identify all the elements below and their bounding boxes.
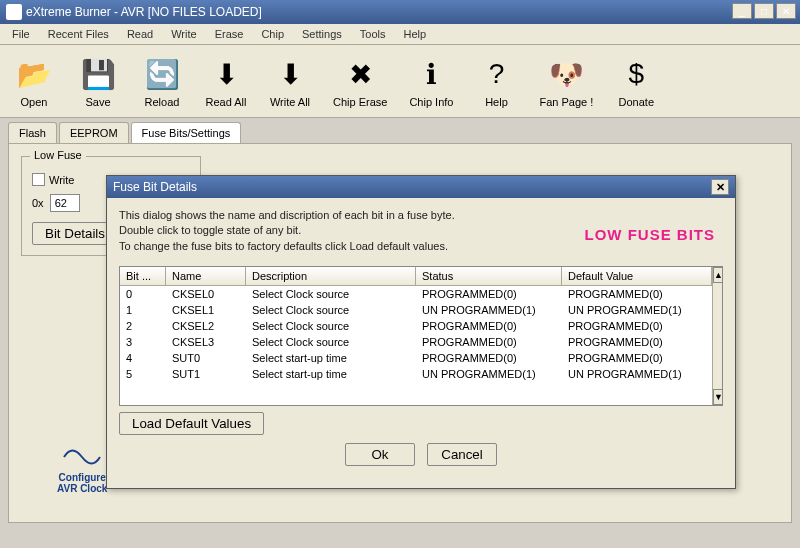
hex-input[interactable]: 62 [50, 194, 80, 212]
tool-reload[interactable]: 🔄Reload [132, 49, 192, 113]
column-header[interactable]: Default Value [562, 267, 712, 285]
tool-chip-erase[interactable]: ✖Chip Erase [324, 49, 396, 113]
cell-status: PROGRAMMED(0) [416, 350, 562, 366]
tool-open[interactable]: 📂Open [4, 49, 64, 113]
reload-icon: 🔄 [142, 54, 182, 94]
cell-desc: Select Clock source [246, 286, 416, 302]
chip-erase-icon: ✖ [340, 54, 380, 94]
avr-clock-label-2: AVR Clock [57, 483, 107, 494]
maximize-button[interactable]: □ [754, 3, 774, 19]
cell-name: CKSEL2 [166, 318, 246, 334]
dialog-intro-1: This dialog shows the name and discripti… [119, 208, 723, 223]
tool-write-all[interactable]: ⬇Write All [260, 49, 320, 113]
menu-file[interactable]: File [4, 26, 38, 42]
cell-bit: 5 [120, 366, 166, 382]
hex-prefix: 0x [32, 197, 44, 209]
cell-def: UN PROGRAMMED(1) [562, 366, 712, 382]
column-header[interactable]: Description [246, 267, 416, 285]
menubar: FileRecent FilesReadWriteEraseChipSettin… [0, 24, 800, 45]
tool-read-all[interactable]: ⬇Read All [196, 49, 256, 113]
close-window-button[interactable]: ✕ [776, 3, 796, 19]
cell-def: UN PROGRAMMED(1) [562, 302, 712, 318]
tab-eeprom[interactable]: EEPROM [59, 122, 129, 143]
load-defaults-button[interactable]: Load Default Values [119, 412, 264, 435]
cell-bit: 0 [120, 286, 166, 302]
table-row[interactable]: 1CKSEL1Select Clock sourceUN PROGRAMMED(… [120, 302, 712, 318]
cell-desc: Select start-up time [246, 366, 416, 382]
cell-bit: 2 [120, 318, 166, 334]
app-icon [6, 4, 22, 20]
tool-donate[interactable]: $Donate [606, 49, 666, 113]
wave-icon [62, 442, 102, 472]
menu-help[interactable]: Help [395, 26, 434, 42]
menu-settings[interactable]: Settings [294, 26, 350, 42]
tool-fan-page[interactable]: 🐶Fan Page ! [530, 49, 602, 113]
table-row[interactable]: 2CKSEL2Select Clock sourcePROGRAMMED(0)P… [120, 318, 712, 334]
column-header[interactable]: Bit ... [120, 267, 166, 285]
cell-name: CKSEL0 [166, 286, 246, 302]
open-icon: 📂 [14, 54, 54, 94]
cell-name: CKSEL3 [166, 334, 246, 350]
read-all-icon: ⬇ [206, 54, 246, 94]
tool-label: Read All [206, 96, 247, 108]
tool-chip-info[interactable]: ℹChip Info [400, 49, 462, 113]
tool-label: Chip Erase [333, 96, 387, 108]
table-row[interactable]: 0CKSEL0Select Clock sourcePROGRAMMED(0)P… [120, 286, 712, 302]
cell-desc: Select Clock source [246, 318, 416, 334]
tool-label: Write All [270, 96, 310, 108]
menu-write[interactable]: Write [163, 26, 204, 42]
fan-page-icon: 🐶 [546, 54, 586, 94]
tab-flash[interactable]: Flash [8, 122, 57, 143]
cell-status: UN PROGRAMMED(1) [416, 366, 562, 382]
cell-desc: Select start-up time [246, 350, 416, 366]
column-header[interactable]: Name [166, 267, 246, 285]
donate-icon: $ [616, 54, 656, 94]
fuse-bit-details-dialog: Fuse Bit Details ✕ This dialog shows the… [106, 175, 736, 489]
menu-erase[interactable]: Erase [207, 26, 252, 42]
cell-def: PROGRAMMED(0) [562, 334, 712, 350]
tool-label: Save [85, 96, 110, 108]
tool-label: Chip Info [409, 96, 453, 108]
cell-bit: 1 [120, 302, 166, 318]
tabs-row: FlashEEPROMFuse Bits/Settings [0, 118, 800, 143]
low-fuse-bits-label: LOW FUSE BITS [585, 226, 716, 243]
ok-button[interactable]: Ok [345, 443, 415, 466]
column-header[interactable]: Status [416, 267, 562, 285]
table-row[interactable]: 3CKSEL3Select Clock sourcePROGRAMMED(0)P… [120, 334, 712, 350]
cell-status: PROGRAMMED(0) [416, 286, 562, 302]
cell-bit: 3 [120, 334, 166, 350]
dialog-title: Fuse Bit Details [113, 180, 197, 194]
table-row[interactable]: 4SUT0Select start-up timePROGRAMMED(0)PR… [120, 350, 712, 366]
scroll-up-icon[interactable]: ▲ [713, 267, 723, 283]
cell-status: PROGRAMMED(0) [416, 318, 562, 334]
minimize-button[interactable]: _ [732, 3, 752, 19]
tool-label: Open [21, 96, 48, 108]
cancel-button[interactable]: Cancel [427, 443, 497, 466]
tab-fuse-bits-settings[interactable]: Fuse Bits/Settings [131, 122, 242, 143]
dialog-close-button[interactable]: ✕ [711, 179, 729, 195]
cell-status: UN PROGRAMMED(1) [416, 302, 562, 318]
menu-recent-files[interactable]: Recent Files [40, 26, 117, 42]
scroll-down-icon[interactable]: ▼ [713, 389, 723, 405]
avr-clock-button[interactable]: Configure AVR Clock [57, 442, 107, 494]
table-scrollbar[interactable]: ▲ ▼ [712, 267, 723, 405]
menu-chip[interactable]: Chip [253, 26, 292, 42]
tool-help[interactable]: ?Help [466, 49, 526, 113]
tool-save[interactable]: 💾Save [68, 49, 128, 113]
cell-def: PROGRAMMED(0) [562, 318, 712, 334]
tool-label: Help [485, 96, 508, 108]
cell-name: SUT1 [166, 366, 246, 382]
cell-def: PROGRAMMED(0) [562, 350, 712, 366]
tool-label: Reload [145, 96, 180, 108]
window-title: eXtreme Burner - AVR [NO FILES LOADED] [26, 5, 262, 19]
write-checkbox[interactable] [32, 173, 45, 186]
chip-info-icon: ℹ [411, 54, 451, 94]
menu-tools[interactable]: Tools [352, 26, 394, 42]
cell-desc: Select Clock source [246, 334, 416, 350]
cell-def: PROGRAMMED(0) [562, 286, 712, 302]
menu-read[interactable]: Read [119, 26, 161, 42]
write-all-icon: ⬇ [270, 54, 310, 94]
table-row[interactable]: 5SUT1Select start-up timeUN PROGRAMMED(1… [120, 366, 712, 382]
cell-desc: Select Clock source [246, 302, 416, 318]
write-label: Write [49, 174, 74, 186]
